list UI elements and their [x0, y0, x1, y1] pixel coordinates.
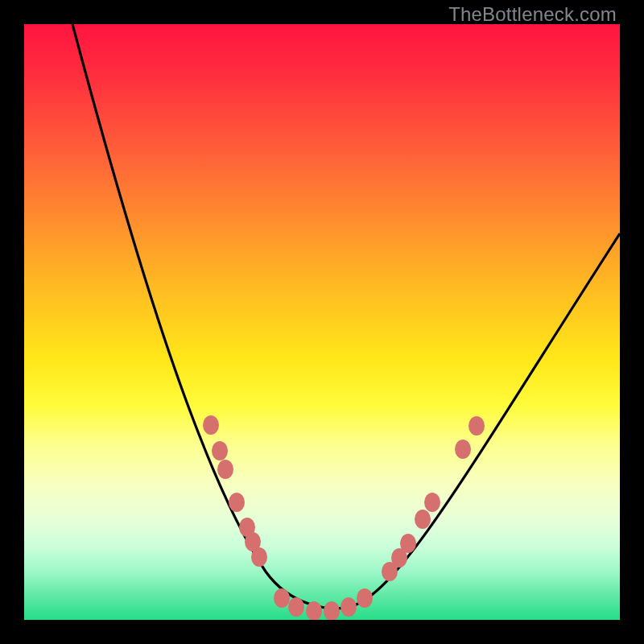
marker-group	[203, 415, 485, 620]
curve-marker	[400, 534, 416, 553]
curve-marker	[274, 588, 290, 608]
curve-marker	[415, 510, 431, 529]
curve-marker	[251, 547, 267, 567]
curve-marker	[341, 597, 357, 617]
curve-marker	[357, 588, 373, 608]
curve-marker	[288, 597, 304, 617]
chart-frame: TheBottleneck.com	[0, 0, 644, 644]
plot-area	[24, 24, 620, 620]
curve-marker	[212, 441, 228, 460]
curve-marker	[306, 601, 322, 620]
curve-marker	[424, 493, 440, 512]
curve-marker	[324, 601, 340, 620]
curve-marker	[217, 460, 233, 479]
curve-marker	[203, 415, 219, 435]
watermark-text: TheBottleneck.com	[448, 3, 617, 26]
chart-svg	[24, 24, 620, 620]
curve-marker	[229, 493, 245, 512]
curve-marker	[469, 416, 485, 436]
curve-marker	[455, 440, 471, 459]
bottleneck-curve	[72, 24, 620, 609]
